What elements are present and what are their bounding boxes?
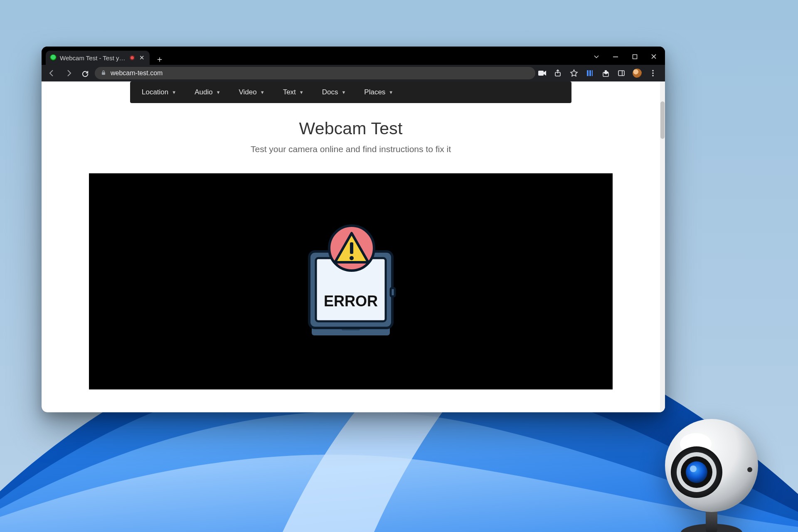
page-viewport: Location▼ Audio▼ Video▼ Text▼ Docs▼ Plac…: [42, 81, 665, 412]
address-bar[interactable]: webcam-test.com: [95, 67, 535, 79]
camera-indicator-icon[interactable]: [538, 69, 547, 78]
chevron-down-icon: ▼: [216, 90, 221, 95]
browser-titlebar: Webcam Test - Test your cam ✕ ＋: [42, 47, 665, 65]
svg-point-21: [350, 256, 354, 260]
svg-point-32: [686, 461, 707, 483]
nav-item-label: Places: [364, 88, 385, 96]
chevron-down-icon: ▼: [341, 90, 346, 95]
chevron-down-icon: ▼: [299, 90, 304, 95]
svg-rect-7: [592, 70, 593, 76]
svg-rect-1: [633, 54, 637, 59]
tab-favicon-icon: [50, 54, 57, 61]
browser-window: Webcam Test - Test your cam ✕ ＋: [42, 47, 665, 412]
window-controls: [587, 48, 665, 65]
svg-rect-6: [589, 70, 591, 76]
nav-item-location[interactable]: Location▼: [142, 88, 176, 96]
nav-forward-button[interactable]: [62, 66, 76, 80]
browser-toolbar: webcam-test.com: [42, 65, 665, 81]
svg-rect-9: [618, 71, 624, 76]
page-title: Webcam Test: [42, 119, 660, 138]
share-button[interactable]: [554, 69, 563, 78]
svg-point-33: [690, 466, 697, 472]
svg-rect-5: [587, 70, 589, 76]
tab-recording-indicator-icon: [130, 55, 135, 60]
chevron-down-icon: ▼: [260, 90, 265, 95]
webcam-preview-area: ERROR: [89, 173, 613, 389]
lock-icon: [101, 70, 106, 77]
scrollbar-thumb[interactable]: [660, 101, 665, 139]
svg-rect-22: [391, 288, 395, 296]
window-maximize-button[interactable]: [625, 48, 644, 65]
nav-item-label: Video: [239, 88, 257, 96]
svg-rect-0: [613, 57, 618, 57]
nav-item-audio[interactable]: Audio▼: [195, 88, 220, 96]
scrollbar-vertical[interactable]: [660, 81, 665, 412]
extensions-button[interactable]: [601, 69, 610, 78]
webcam-graphic-icon: [653, 399, 770, 532]
site-navbar: Location▼ Audio▼ Video▼ Text▼ Docs▼ Plac…: [130, 81, 571, 103]
svg-point-12: [652, 72, 653, 74]
chevron-down-icon: ▼: [172, 90, 176, 95]
svg-point-11: [652, 70, 653, 71]
window-close-button[interactable]: [644, 48, 663, 65]
nav-reload-button[interactable]: [78, 66, 92, 80]
error-illustration-icon: ERROR: [293, 219, 409, 344]
svg-rect-20: [350, 242, 353, 254]
nav-item-docs[interactable]: Docs▼: [322, 88, 346, 96]
nav-item-label: Docs: [322, 88, 338, 96]
tab-close-button[interactable]: ✕: [138, 54, 145, 62]
svg-rect-3: [538, 71, 544, 76]
nav-item-video[interactable]: Video▼: [239, 88, 265, 96]
svg-point-13: [652, 75, 653, 76]
svg-rect-2: [102, 72, 105, 75]
tab-search-button[interactable]: [587, 48, 606, 65]
address-bar-url: webcam-test.com: [111, 69, 163, 77]
window-minimize-button[interactable]: [606, 48, 625, 65]
new-tab-button[interactable]: ＋: [154, 53, 165, 65]
browser-menu-button[interactable]: [648, 69, 658, 78]
page-subtitle: Test your camera online and find instruc…: [42, 144, 660, 154]
tab-strip: Webcam Test - Test your cam ✕ ＋: [42, 51, 165, 65]
nav-item-places[interactable]: Places▼: [364, 88, 393, 96]
profile-avatar[interactable]: [633, 69, 642, 78]
nav-item-text[interactable]: Text▼: [283, 88, 304, 96]
nav-item-label: Location: [142, 88, 168, 96]
toolbar-actions: [538, 69, 662, 78]
bookmark-button[interactable]: [569, 69, 579, 78]
error-text: ERROR: [324, 293, 378, 310]
nav-item-label: Audio: [195, 88, 212, 96]
extension-1-icon[interactable]: [585, 69, 594, 78]
nav-item-label: Text: [283, 88, 296, 96]
nav-back-button[interactable]: [45, 66, 59, 80]
tab-title: Webcam Test - Test your cam: [60, 54, 126, 62]
chevron-down-icon: ▼: [389, 90, 393, 95]
browser-tab-active[interactable]: Webcam Test - Test your cam ✕: [46, 51, 150, 65]
side-panel-button[interactable]: [617, 69, 626, 78]
page-content: Location▼ Audio▼ Video▼ Text▼ Docs▼ Plac…: [42, 81, 660, 412]
svg-point-34: [747, 467, 752, 472]
